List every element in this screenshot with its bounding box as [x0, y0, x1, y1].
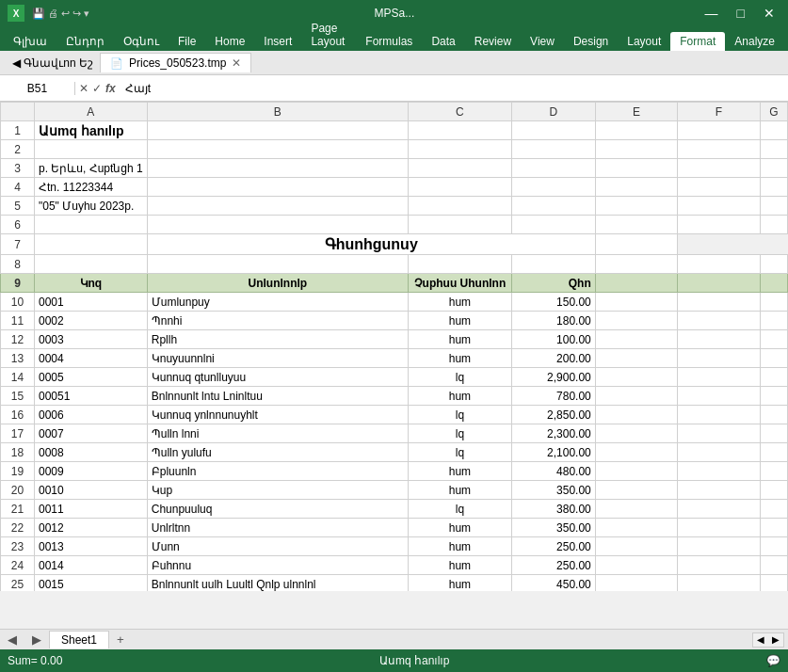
cell-f-5[interactable] [678, 197, 760, 216]
cell-a-14[interactable]: 0005 [35, 368, 148, 387]
tab-home[interactable]: Home [205, 32, 254, 51]
col-header-e[interactable]: E [595, 103, 677, 121]
cell-a-21[interactable]: 0011 [35, 500, 148, 519]
cell-e-14[interactable] [595, 368, 677, 387]
row-header-13[interactable]: 13 [1, 349, 35, 368]
cell-c-2[interactable] [408, 140, 511, 159]
cell-g-25[interactable] [760, 575, 787, 592]
cell-g-22[interactable] [760, 519, 787, 537]
cell-d-21[interactable]: 380.00 [511, 500, 595, 519]
cell-e-16[interactable] [595, 406, 677, 424]
cell-c-15[interactable]: hum [408, 387, 511, 406]
cell-c-5[interactable] [408, 197, 511, 216]
cell-c-23[interactable]: hum [408, 537, 511, 556]
minimize-button[interactable]: — [700, 4, 724, 23]
cell-g-7[interactable] [595, 234, 677, 255]
cell-d-16[interactable]: 2,850.00 [511, 406, 595, 424]
cell-c-19[interactable]: hum [408, 462, 511, 481]
cell-e-25[interactable] [595, 575, 677, 592]
cell-d-1[interactable] [511, 121, 595, 140]
cell-g-15[interactable] [760, 387, 787, 406]
row-header-1[interactable]: 1 [1, 121, 35, 140]
close-button[interactable]: ✕ [758, 4, 780, 23]
cell-a-10[interactable]: 0001 [35, 293, 148, 312]
cell-g-2[interactable] [760, 140, 787, 159]
cell-a-9[interactable]: Կnq [35, 274, 148, 293]
cell-a-13[interactable]: 0004 [35, 349, 148, 368]
cell-c-14[interactable]: lq [408, 368, 511, 387]
cell-a-11[interactable]: 0002 [35, 312, 148, 330]
cell-f-12[interactable] [678, 330, 760, 349]
cell-c-21[interactable]: lq [408, 500, 511, 519]
cell-c-9[interactable]: Չuphuu Uhunlnn [408, 274, 511, 293]
cell-c-12[interactable]: hum [408, 330, 511, 349]
cell-d-19[interactable]: 480.00 [511, 462, 595, 481]
cell-a-4[interactable]: Հtn. 11223344 [35, 178, 148, 197]
row-header-8[interactable]: 8 [1, 255, 35, 274]
row-header-18[interactable]: 18 [1, 443, 35, 462]
cell-a-2[interactable] [35, 140, 148, 159]
cell-b-6[interactable] [147, 216, 408, 234]
cell-e-21[interactable] [595, 500, 677, 519]
cell-c-16[interactable]: lq [408, 406, 511, 424]
cell-b-1[interactable] [147, 121, 408, 140]
cell-c-20[interactable]: hum [408, 481, 511, 500]
cell-g-18[interactable] [760, 443, 787, 462]
cell-e-2[interactable] [595, 140, 677, 159]
row-header-16[interactable]: 16 [1, 406, 35, 424]
cell-f-9[interactable] [678, 274, 760, 293]
cell-g-21[interactable] [760, 500, 787, 519]
cell-g-9[interactable] [760, 274, 787, 293]
cell-b-13[interactable]: Կnuyuunnlni [147, 349, 408, 368]
cell-b-20[interactable]: Կup [147, 481, 408, 500]
confirm-icon[interactable]: ✓ [92, 82, 102, 95]
row-header-10[interactable]: 10 [1, 293, 35, 312]
cell-c-18[interactable]: lq [408, 443, 511, 462]
cell-b-10[interactable]: Մumlunpuy [147, 293, 408, 312]
cell-e-5[interactable] [595, 197, 677, 216]
cell-g-8[interactable] [760, 255, 787, 274]
row-header-14[interactable]: 14 [1, 368, 35, 387]
cell-b-11[interactable]: Պnnhi [147, 312, 408, 330]
cell-b-3[interactable] [147, 159, 408, 178]
row-header-9[interactable]: 9 [1, 274, 35, 293]
cell-g-14[interactable] [760, 368, 787, 387]
row-header-17[interactable]: 17 [1, 424, 35, 443]
row-header-5[interactable]: 5 [1, 197, 35, 216]
col-header-f[interactable]: F [678, 103, 760, 121]
tab-view[interactable]: View [521, 32, 564, 51]
cell-d-15[interactable]: 780.00 [511, 387, 595, 406]
cell-c-11[interactable]: hum [408, 312, 511, 330]
cell-a-20[interactable]: 0010 [35, 481, 148, 500]
cell-e-11[interactable] [595, 312, 677, 330]
cell-e-6[interactable] [595, 216, 677, 234]
cell-a-6[interactable] [35, 216, 148, 234]
cell-e-1[interactable] [595, 121, 677, 140]
cell-f-18[interactable] [678, 443, 760, 462]
tab-gluxa[interactable]: Գլխա [4, 32, 56, 51]
cell-g-17[interactable] [760, 424, 787, 443]
row-header-22[interactable]: 22 [1, 519, 35, 537]
row-header-15[interactable]: 15 [1, 387, 35, 406]
cell-c-24[interactable]: hum [408, 556, 511, 575]
row-header-6[interactable]: 6 [1, 216, 35, 234]
tab-layout[interactable]: Layout [618, 32, 670, 51]
cell-d-5[interactable] [511, 197, 595, 216]
cell-d-25[interactable]: 450.00 [511, 575, 595, 592]
cell-b-4[interactable] [147, 178, 408, 197]
row-header-25[interactable]: 25 [1, 575, 35, 592]
cell-g-19[interactable] [760, 462, 787, 481]
cell-f-23[interactable] [678, 537, 760, 556]
file-tab-close[interactable]: ✕ [232, 56, 241, 70]
cell-d-4[interactable] [511, 178, 595, 197]
cell-d-8[interactable] [511, 255, 595, 274]
cell-f-24[interactable] [678, 556, 760, 575]
cell-f-2[interactable] [678, 140, 760, 159]
cell-e-17[interactable] [595, 424, 677, 443]
cell-e-3[interactable] [595, 159, 677, 178]
cell-f-4[interactable] [678, 178, 760, 197]
cell-f-25[interactable] [678, 575, 760, 592]
cell-b-8[interactable] [147, 255, 408, 274]
cell-c-6[interactable] [408, 216, 511, 234]
cell-a-8[interactable] [35, 255, 148, 274]
